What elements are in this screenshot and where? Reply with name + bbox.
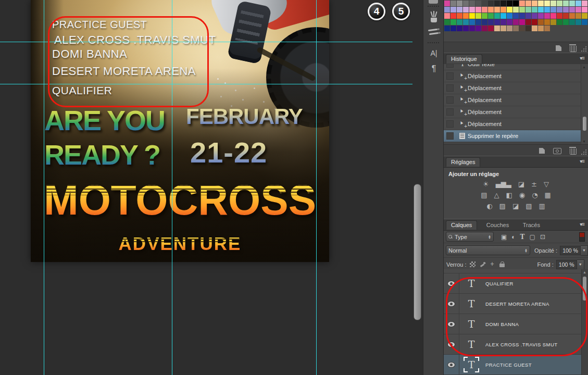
color-swatch[interactable] [557, 19, 562, 25]
color-swatch[interactable] [501, 26, 506, 31]
color-swatch[interactable] [457, 1, 462, 6]
brush-panel-button[interactable] [423, 24, 444, 40]
fill-value[interactable]: 100 % [556, 260, 577, 269]
color-swatch[interactable] [482, 19, 487, 25]
color-swatch[interactable] [576, 19, 581, 25]
color-swatch[interactable] [507, 1, 512, 6]
new-document-from-state-icon[interactable] [539, 148, 545, 154]
color-swatch[interactable] [444, 1, 450, 6]
color-swatch[interactable] [501, 7, 506, 12]
color-swatch[interactable] [501, 1, 506, 6]
dock-drag-handle[interactable] [428, 42, 439, 43]
scroll-up-icon[interactable]: ▲ [583, 270, 586, 274]
color-swatch[interactable] [513, 26, 519, 31]
color-swatch[interactable] [544, 19, 550, 25]
paragraph-panel-button[interactable]: ¶ [423, 61, 444, 77]
history-source-well[interactable] [446, 132, 454, 140]
color-swatch[interactable] [444, 26, 450, 31]
color-swatch[interactable] [444, 13, 450, 19]
color-swatch[interactable] [551, 1, 556, 6]
color-swatch[interactable] [544, 26, 550, 31]
color-swatch[interactable] [526, 1, 531, 6]
color-swatch[interactable] [563, 19, 569, 25]
history-source-well[interactable] [446, 96, 454, 104]
color-swatch[interactable] [569, 1, 575, 6]
color-swatch[interactable] [463, 7, 469, 12]
adjustment-icon[interactable]: ◪ [518, 181, 524, 188]
lock-all-icon[interactable] [499, 261, 505, 267]
color-swatch[interactable] [507, 19, 512, 25]
color-swatch[interactable] [507, 13, 512, 19]
color-swatch[interactable] [519, 7, 525, 12]
adjustment-icon[interactable]: ▨ [499, 203, 506, 210]
poster-headline-ready[interactable]: READY ? [44, 139, 160, 171]
history-step[interactable]: ▲+Déplacement [444, 106, 588, 118]
tab-couches[interactable]: Couches [482, 221, 514, 230]
color-swatch[interactable] [476, 13, 481, 19]
color-swatch[interactable] [532, 7, 537, 12]
fill-dropdown-arrow[interactable]: ▼ [577, 259, 584, 270]
history-step[interactable]: ▲+Déplacement [444, 118, 588, 130]
color-swatch[interactable] [526, 26, 531, 31]
panel-menu-icon[interactable]: ▾≡ [580, 55, 584, 61]
color-swatch[interactable] [576, 1, 581, 6]
color-swatch[interactable] [513, 19, 519, 25]
panel-menu-icon[interactable]: ▾≡ [580, 158, 584, 164]
character-panel-button[interactable]: A| [423, 45, 444, 61]
color-swatch[interactable] [451, 1, 456, 6]
color-swatch[interactable] [557, 7, 562, 12]
color-swatch[interactable] [582, 19, 587, 25]
history-scrollbar[interactable]: ▲ ▼ [581, 64, 588, 144]
color-swatch[interactable] [576, 13, 581, 19]
panel-menu-icon[interactable]: ▾≡ [580, 221, 584, 227]
adjustment-icon[interactable]: ▧ [526, 203, 532, 210]
color-swatch[interactable] [544, 7, 550, 12]
color-swatch[interactable] [457, 7, 462, 12]
color-swatch[interactable] [513, 13, 519, 19]
color-swatch[interactable] [582, 7, 587, 12]
color-swatch[interactable] [519, 19, 525, 25]
color-swatch[interactable] [576, 7, 581, 12]
color-swatch[interactable] [507, 26, 512, 31]
color-swatch[interactable] [457, 19, 462, 25]
adjustment-icon[interactable]: ▽ [544, 181, 549, 188]
color-swatch[interactable] [519, 13, 525, 19]
color-swatch[interactable] [501, 13, 506, 19]
lock-transparency-icon[interactable] [470, 261, 476, 267]
history-step[interactable]: ▲+Déplacement [444, 94, 588, 106]
color-swatch[interactable] [476, 1, 481, 6]
adjustment-icon[interactable]: ± [531, 181, 537, 188]
color-swatch[interactable] [494, 7, 500, 12]
poster-date-month[interactable]: FEBRUARY [186, 104, 303, 129]
color-swatch[interactable] [488, 26, 494, 31]
color-swatch[interactable] [482, 26, 487, 31]
color-swatch[interactable] [582, 13, 587, 19]
trash-icon[interactable] [570, 148, 577, 155]
filter-type-layers-icon[interactable]: T [520, 233, 525, 241]
tab-calques[interactable]: Calques [446, 220, 477, 230]
adjustment-icon[interactable]: △ [494, 192, 499, 199]
color-swatch[interactable] [551, 7, 556, 12]
trash-icon[interactable] [570, 46, 577, 52]
color-swatch[interactable] [476, 7, 481, 12]
color-swatch[interactable] [451, 7, 456, 12]
color-swatch[interactable] [569, 7, 575, 12]
color-swatch[interactable] [482, 1, 487, 6]
color-swatch[interactable] [488, 19, 494, 25]
tab-reglages[interactable]: Réglages [446, 157, 480, 167]
history-step[interactable]: ▲+Déplacement [444, 82, 588, 94]
lock-position-icon[interactable]: + [490, 261, 495, 267]
history-step[interactable]: Supprimer le repère [444, 130, 588, 142]
filter-smart-objects-icon[interactable]: ⊡ [540, 233, 545, 241]
poster-headline-are-you[interactable]: ARE YOU [44, 104, 165, 136]
adjustment-icon[interactable]: ▤ [481, 192, 487, 199]
color-swatch[interactable] [469, 7, 475, 12]
color-swatch[interactable] [457, 13, 462, 19]
color-swatch[interactable] [469, 1, 475, 6]
color-swatch[interactable] [488, 13, 494, 19]
color-swatch[interactable] [469, 26, 475, 31]
color-swatch[interactable] [519, 26, 525, 31]
color-swatch[interactable] [501, 19, 506, 25]
color-swatch[interactable] [532, 26, 537, 31]
panel-resize-grip[interactable] [581, 149, 586, 155]
